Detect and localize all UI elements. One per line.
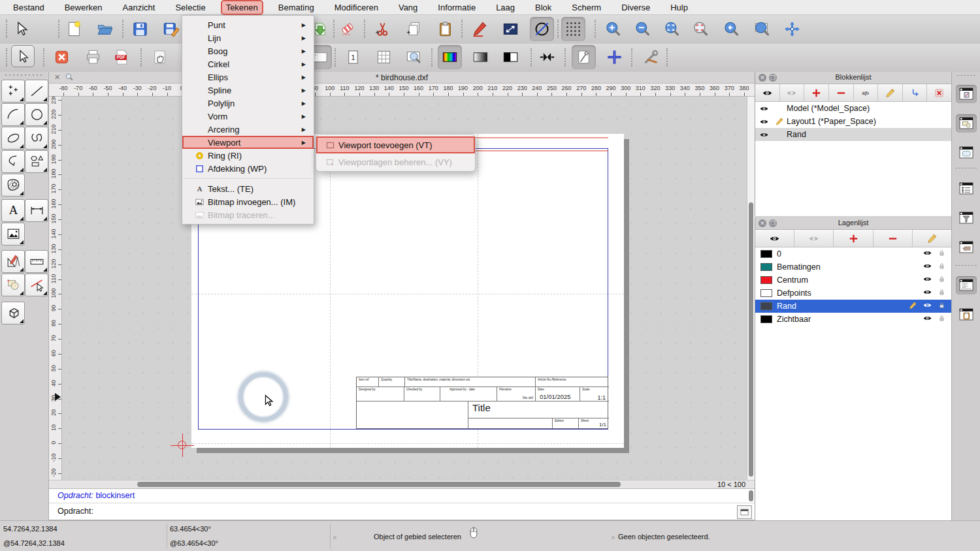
submenu-item-viewport-toevoegen-vt[interactable]: Viewport toevoegen (VT) (316, 136, 475, 153)
layer-row-zichtbaar[interactable]: Zichtbaar (755, 313, 951, 326)
layer-visibility-eye-icon[interactable] (923, 313, 932, 325)
single-page-button[interactable]: 1 (341, 45, 365, 69)
menu-item-lijn[interactable]: Lijn▶ (182, 31, 314, 44)
print-button[interactable] (81, 45, 105, 69)
menu-item-tekst-te[interactable]: ATekst... (TE) (182, 182, 314, 195)
add-button[interactable] (834, 230, 873, 247)
pointer-button[interactable] (11, 45, 35, 67)
eye-icon[interactable] (755, 117, 772, 127)
copy-button[interactable] (402, 17, 426, 41)
add-button[interactable] (804, 84, 829, 101)
menubar-item-vang[interactable]: Vang (395, 1, 421, 14)
menu-item-afdekking-wp[interactable]: Afdekking (WP) (182, 162, 314, 175)
strip-drag-handle[interactable] (956, 74, 976, 76)
paste-button[interactable] (433, 17, 457, 41)
eye-icon[interactable] (755, 130, 772, 140)
layer-row-centrum[interactable]: Centrum (755, 274, 951, 287)
crosshair-button[interactable] (602, 45, 627, 69)
selection-pointer-button[interactable] (10, 17, 34, 41)
layer-visibility-eye-icon[interactable] (923, 248, 932, 260)
zoom-selection-button[interactable] (689, 17, 713, 41)
construction-circle-button[interactable] (530, 17, 554, 41)
menu-item-polylijn[interactable]: Polylijn▶ (182, 97, 314, 110)
block-row-model-model-space[interactable]: Model (*Model_Space) (755, 102, 951, 115)
eye-off-button[interactable] (794, 230, 834, 247)
purge-button[interactable] (927, 84, 951, 101)
layer-row-0[interactable]: 0 (755, 247, 951, 260)
layer-lock-icon[interactable] (938, 262, 946, 272)
horizontal-scrollbar-thumb[interactable] (137, 482, 621, 487)
panel-detach-icon[interactable]: ❐ (769, 219, 777, 227)
grayscale-mode-button[interactable] (468, 45, 493, 69)
layer-lock-icon[interactable] (938, 275, 946, 285)
library-browser-toggle-button[interactable] (956, 144, 977, 162)
layer-lock-icon[interactable] (938, 288, 946, 298)
pencil-button[interactable] (878, 84, 903, 101)
insert-button[interactable] (903, 84, 928, 101)
arc-tools-button[interactable] (1, 103, 25, 126)
command-input[interactable] (103, 505, 772, 519)
menu-item-vorm[interactable]: Vorm▶ (182, 110, 314, 123)
palette-drag-handle[interactable] (4, 74, 44, 76)
remove-button[interactable] (874, 230, 913, 247)
block-row-rand[interactable]: Rand (755, 128, 951, 141)
open-file-button[interactable] (93, 17, 117, 41)
save-button[interactable] (128, 17, 152, 41)
render-panel-toggle-button[interactable] (956, 238, 977, 257)
selection-filter-toggle-button[interactable] (956, 209, 977, 227)
layer-visibility-eye-icon[interactable] (923, 274, 932, 286)
eye-button[interactable] (755, 230, 794, 247)
line-tools-button[interactable] (25, 80, 48, 102)
menu-item-boog[interactable]: Boog▶ (182, 44, 314, 57)
menubar-item-tekenen[interactable]: Tekenen (222, 1, 262, 14)
panel-detach-icon[interactable]: ❐ (769, 74, 777, 82)
menubar-item-blok[interactable]: Blok (531, 1, 555, 14)
pan-button[interactable] (780, 17, 804, 41)
edit-pencil-red-button[interactable] (467, 17, 491, 41)
edit-pencil-icon[interactable] (908, 301, 917, 312)
multi-page-button[interactable] (372, 45, 396, 69)
menubar-item-modificeren[interactable]: Modificeren (331, 1, 382, 14)
command-line-toggle-button[interactable] (956, 276, 977, 294)
point-tools-button[interactable] (1, 80, 25, 102)
menubar-item-aanzicht[interactable]: Aanzicht (119, 1, 159, 14)
dimension-tools-button[interactable] (25, 199, 48, 222)
close-drawing-button[interactable] (50, 45, 74, 69)
menu-item-viewport[interactable]: Viewport▶ (182, 136, 314, 149)
ellipse-tools-button[interactable] (1, 127, 25, 150)
menu-item-cirkel[interactable]: Cirkel▶ (182, 57, 314, 71)
hatch-tools-button[interactable] (1, 174, 25, 197)
command-window-toggle-button[interactable] (737, 505, 752, 519)
vertical-scrollbar-thumb[interactable] (749, 202, 753, 477)
property-editor-toggle-button[interactable] (956, 114, 977, 133)
menubar-item-informatie[interactable]: Informatie (434, 1, 480, 14)
drafting-tools-button[interactable] (1, 250, 25, 273)
selection-properties-button[interactable] (498, 17, 523, 41)
cut-button[interactable] (370, 17, 395, 41)
eraser-button[interactable] (335, 17, 359, 41)
menubar-item-selectie[interactable]: Selectie (171, 1, 209, 14)
layer-lock-icon[interactable] (938, 249, 946, 259)
selection-tools-button[interactable] (25, 274, 48, 296)
save-as-button[interactable] (159, 17, 183, 41)
measure-tools-button[interactable] (25, 250, 48, 273)
draft-mode-button[interactable] (572, 45, 596, 69)
horizontal-scrollbar[interactable]: 10 < 100 (49, 480, 755, 488)
text-tool-button[interactable]: A (1, 199, 25, 222)
menubar-item-bewerken[interactable]: Bewerken (61, 1, 106, 14)
eye-off-button[interactable] (780, 84, 805, 101)
submenu-item-viewportlagen-beheren-vy[interactable]: Viewportlagen beheren... (VY) (316, 153, 475, 170)
layer-lock-icon[interactable] (938, 301, 946, 311)
menubar-item-bestand[interactable]: Bestand (9, 1, 48, 14)
vertical-scrollbar[interactable] (747, 97, 755, 480)
layer-row-defpoints[interactable]: Defpoints (755, 287, 951, 300)
layer-lock-icon[interactable] (938, 314, 946, 324)
menubar-item-bemating[interactable]: Bemating (274, 1, 318, 14)
image-tool-button[interactable] (1, 223, 25, 245)
menu-item-ring-ri[interactable]: Ring (RI) (182, 149, 314, 162)
lineweight-button[interactable] (535, 45, 559, 69)
previous-view-button[interactable] (719, 17, 743, 41)
remove-button[interactable] (829, 84, 854, 101)
layer-row-bematingen[interactable]: Bematingen (755, 260, 951, 274)
zoom-in-button[interactable] (601, 17, 625, 41)
